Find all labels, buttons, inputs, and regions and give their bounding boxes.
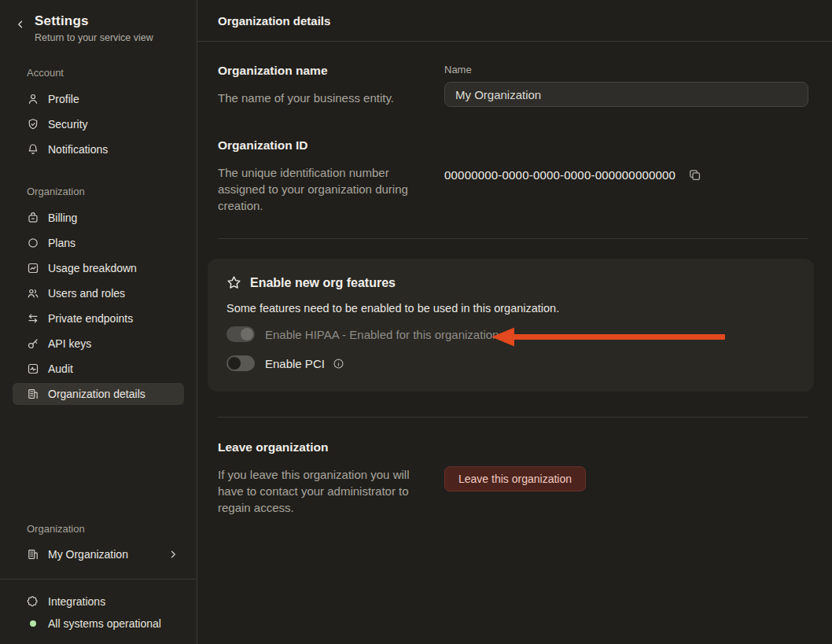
sidebar-item-label: Private endpoints	[48, 312, 133, 325]
sidebar-item-label: API keys	[48, 337, 91, 350]
info-icon	[333, 358, 344, 370]
sidebar-item-notifications[interactable]: Notifications	[13, 138, 184, 160]
hipaa-toggle-label: Enable HIPAA - Enabled for this organiza…	[265, 328, 499, 341]
user-icon	[27, 93, 39, 105]
sidebar-item-label: Audit	[48, 362, 73, 375]
sidebar-item-profile[interactable]: Profile	[13, 88, 184, 110]
chevron-left-icon	[16, 20, 25, 29]
org-id-value: 00000000-0000-0000-0000-000000000000	[444, 168, 676, 182]
name-field-label: Name	[444, 64, 808, 75]
enable-features-card: Enable new org features Some features ne…	[208, 259, 814, 392]
sidebar-item-security[interactable]: Security	[13, 113, 184, 135]
sidebar-item-private-endpoints[interactable]: Private endpoints	[13, 307, 184, 329]
pci-toggle-row: Enable PCI	[226, 354, 795, 373]
integrations-link[interactable]: Integrations	[0, 591, 197, 613]
page-title: Organization details	[218, 14, 330, 28]
sidebar-item-label: Billing	[48, 212, 77, 224]
audit-icon	[27, 362, 39, 375]
org-switcher[interactable]: My Organization	[13, 543, 184, 566]
chevron-right-icon	[168, 550, 178, 559]
sidebar-item-billing[interactable]: Billing	[13, 207, 184, 229]
org-id-section: Organization ID The unique identificatio…	[218, 107, 808, 214]
sidebar-subtitle: Return to your service view	[35, 32, 153, 43]
chart-icon	[27, 262, 39, 274]
sidebar: Settings Return to your service view Acc…	[0, 0, 197, 644]
org-name-description: The name of your business entity.	[218, 90, 418, 106]
org-name-title: Organization name	[218, 64, 444, 78]
section-divider	[218, 238, 808, 239]
sidebar-item-api-keys[interactable]: API keys	[13, 333, 184, 355]
system-status[interactable]: All systems operational	[0, 613, 197, 635]
org-id-title: Organization ID	[218, 138, 444, 153]
sidebar-item-users-and-roles[interactable]: Users and roles	[13, 282, 184, 304]
sidebar-item-usage-breakdown[interactable]: Usage breakdown	[13, 257, 184, 279]
sidebar-item-organization-details[interactable]: Organization details	[13, 383, 184, 405]
sidebar-item-label: Security	[48, 118, 88, 131]
main-panel: Organization details Organization name T…	[197, 0, 832, 644]
status-label: All systems operational	[48, 617, 161, 630]
leave-org-description: If you leave this organization you will …	[218, 466, 418, 516]
leave-org-title: Leave organization	[218, 440, 444, 454]
leave-organization-button[interactable]: Leave this organization	[444, 466, 586, 491]
back-button[interactable]	[16, 20, 27, 29]
sidebar-item-label: Profile	[48, 93, 79, 105]
sidebar-title: Settings	[35, 13, 153, 29]
puzzle-icon	[27, 595, 39, 608]
sidebar-footer: Integrations All systems operational	[0, 579, 197, 644]
sidebar-item-label: Users and roles	[48, 287, 125, 300]
sidebar-header: Settings Return to your service view	[0, 0, 197, 43]
org-name-section: Organization name The name of your busin…	[218, 42, 808, 107]
features-card-title: Enable new org features	[250, 276, 396, 290]
sidebar-item-label: Usage breakdown	[48, 262, 137, 274]
leave-org-section: Leave organization If you leave this org…	[218, 418, 808, 516]
circle-icon	[27, 237, 39, 249]
pci-info-button[interactable]	[333, 358, 344, 370]
org-switcher-label: Organization	[0, 523, 197, 535]
copy-icon	[688, 168, 701, 182]
org-switcher-value: My Organization	[48, 548, 128, 561]
sidebar-item-label: Notifications	[48, 143, 108, 156]
sidebar-item-audit[interactable]: Audit	[13, 358, 184, 380]
sidebar-item-label: Plans	[48, 237, 75, 249]
pci-toggle[interactable]	[226, 355, 255, 371]
copy-button[interactable]	[688, 168, 701, 182]
swap-arrows-icon	[27, 312, 39, 325]
pci-toggle-label: Enable PCI	[265, 357, 325, 370]
sidebar-item-label: Organization details	[48, 388, 145, 400]
bell-icon	[27, 143, 39, 156]
key-icon	[27, 337, 39, 350]
org-id-description: The unique identification number assigne…	[218, 164, 418, 214]
sidebar-item-plans[interactable]: Plans	[13, 232, 184, 254]
org-name-input[interactable]	[444, 82, 808, 107]
building-icon	[27, 548, 39, 561]
building-icon	[27, 388, 39, 400]
star-icon	[226, 275, 241, 290]
features-card-description: Some features need to be enabled to be u…	[226, 302, 795, 315]
page-header: Organization details	[197, 0, 832, 42]
status-dot-icon	[30, 620, 36, 627]
bag-icon	[27, 212, 39, 224]
settings-page: Settings Return to your service view Acc…	[0, 0, 832, 644]
shield-icon	[27, 118, 39, 131]
hipaa-toggle-row: Enable HIPAA - Enabled for this organiza…	[226, 325, 795, 344]
section-label-account: Account	[0, 67, 197, 79]
integrations-label: Integrations	[48, 595, 105, 608]
hipaa-toggle[interactable]	[226, 326, 255, 342]
section-label-organization: Organization	[0, 186, 197, 197]
users-icon	[27, 287, 39, 300]
